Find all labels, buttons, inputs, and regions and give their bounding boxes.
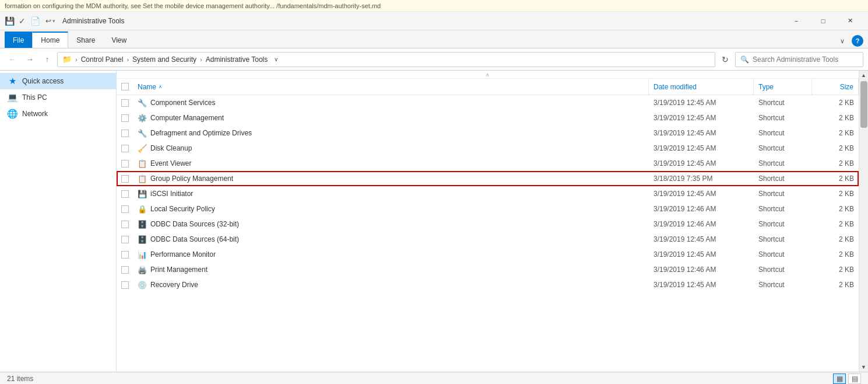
row-checkbox[interactable] [121, 205, 129, 213]
table-row[interactable]: ⚙️ Computer Management 3/19/2019 12:45 A… [117, 110, 859, 125]
file-name-label: Print Management [150, 266, 208, 274]
table-row[interactable]: 📋 Group Policy Management 3/18/2019 7:35… [117, 171, 859, 186]
row-checkbox-area [117, 205, 133, 213]
back-button[interactable]: ← [5, 52, 20, 67]
file-type-cell: Shortcut [754, 220, 812, 228]
view-details-icon: ▦ [837, 375, 843, 383]
table-row[interactable]: 🗄️ ODBC Data Sources (32-bit) 3/19/2019 … [117, 217, 859, 232]
table-row[interactable]: 💾 iSCSI Initiator 3/19/2019 12:45 AM Sho… [117, 186, 859, 201]
table-row[interactable]: 🗄️ ODBC Data Sources (64-bit) 3/19/2019 … [117, 232, 859, 247]
address-path[interactable]: 📁 › Control Panel › System and Security … [57, 52, 715, 67]
table-row[interactable]: 🧹 Disk Cleanup 3/19/2019 12:45 AM Shortc… [117, 141, 859, 156]
search-input[interactable] [753, 55, 858, 64]
file-size-cell: 2 KB [812, 281, 859, 289]
file-type-cell: Shortcut [754, 159, 812, 167]
tab-file[interactable]: File [5, 32, 32, 48]
scroll-track[interactable] [859, 80, 868, 362]
save-icon[interactable]: 💾 [5, 16, 14, 26]
sidebar-item-this-pc[interactable]: 💻 This PC [0, 89, 116, 106]
col-header-size[interactable]: Size [812, 79, 859, 95]
row-checkbox[interactable] [121, 145, 129, 152]
file-name-label: Event Viewer [150, 159, 191, 167]
up-icon: ↑ [45, 55, 50, 64]
table-row[interactable]: 🖨️ Print Management 3/19/2019 12:46 AM S… [117, 262, 859, 277]
row-checkbox-area [117, 236, 133, 243]
row-checkbox-area [117, 145, 133, 152]
file-size-cell: 2 KB [812, 205, 859, 213]
row-checkbox-area [117, 160, 133, 167]
file-date-cell: 3/19/2019 12:45 AM [649, 281, 754, 289]
row-checkbox[interactable] [121, 281, 129, 289]
row-checkbox[interactable] [121, 251, 129, 259]
forward-button[interactable]: → [22, 52, 37, 67]
file-size-cell: 2 KB [812, 159, 859, 167]
table-row[interactable]: 📊 Performance Monitor 3/19/2019 12:45 AM… [117, 247, 859, 262]
table-row[interactable]: 📋 Event Viewer 3/19/2019 12:45 AM Shortc… [117, 156, 859, 171]
row-checkbox[interactable] [121, 236, 129, 243]
sort-indicator: ∧ [117, 71, 859, 79]
view-details-button[interactable]: ▦ [833, 373, 846, 384]
undo-button[interactable]: ↩▾ [45, 17, 55, 25]
minimize-button[interactable]: − [783, 12, 810, 30]
tab-view[interactable]: View [103, 32, 135, 48]
up-button[interactable]: ↑ [40, 52, 55, 67]
restore-button[interactable]: □ [810, 12, 837, 30]
file-type-cell: Shortcut [754, 129, 812, 137]
address-dropdown-button[interactable]: ∨ [270, 56, 282, 62]
file-icon: 🗄️ [138, 235, 147, 244]
row-checkbox[interactable] [121, 130, 129, 137]
row-checkbox[interactable] [121, 190, 129, 198]
sidebar-item-quick-access[interactable]: ★ Quick access [0, 73, 116, 89]
col-header-date[interactable]: Date modified [649, 79, 754, 95]
table-row[interactable]: 💿 Recovery Drive 3/19/2019 12:45 AM Shor… [117, 277, 859, 292]
breadcrumb-control-panel[interactable]: Control Panel [81, 55, 124, 64]
view-large-button[interactable]: ▤ [848, 373, 861, 384]
forward-icon: → [26, 55, 34, 64]
col-header-name[interactable]: Name ∧ [133, 79, 649, 95]
col-header-type[interactable]: Type [754, 79, 812, 95]
file-size-cell: 2 KB [812, 114, 859, 122]
file-date-cell: 3/19/2019 12:45 AM [649, 144, 754, 152]
check-icon[interactable]: ✓ [17, 16, 27, 26]
scroll-thumb[interactable] [860, 81, 867, 128]
refresh-button[interactable]: ↻ [718, 52, 733, 67]
status-bar: 21 items ▦ ▤ [0, 372, 868, 384]
tab-home[interactable]: Home [32, 32, 68, 48]
help-button[interactable]: ? [852, 35, 863, 47]
breadcrumb-system-security[interactable]: System and Security [132, 55, 196, 64]
scroll-down-button[interactable]: ▼ [859, 362, 869, 372]
file-date-cell: 3/19/2019 12:46 AM [649, 205, 754, 213]
file-name-cell: 🗄️ ODBC Data Sources (64-bit) [133, 235, 649, 244]
file-size-cell: 2 KB [812, 235, 859, 243]
scroll-up-button[interactable]: ▲ [859, 71, 869, 80]
row-checkbox[interactable] [121, 175, 129, 183]
file-type-cell: Shortcut [754, 205, 812, 213]
row-checkbox[interactable] [121, 160, 129, 167]
breadcrumb-admin-tools[interactable]: Administrative Tools [206, 55, 268, 64]
item-count: 21 items [7, 375, 33, 383]
scrollbar: ▲ ▼ [859, 71, 868, 372]
file-type-cell: Shortcut [754, 190, 812, 198]
file-size-cell: 2 KB [812, 250, 859, 259]
network-icon: 🌐 [7, 109, 17, 119]
page-icon[interactable]: 📄 [30, 16, 40, 26]
sidebar-item-network[interactable]: 🌐 Network [0, 106, 116, 122]
table-row[interactable]: 🔒 Local Security Policy 3/19/2019 12:46 … [117, 201, 859, 217]
title-bar-icons: 💾 ✓ 📄 ↩▾ [5, 16, 55, 26]
view-toggle-buttons: ▦ ▤ [833, 373, 861, 384]
row-checkbox[interactable] [121, 114, 129, 122]
row-checkbox[interactable] [121, 266, 129, 274]
file-icon: 💿 [138, 280, 147, 289]
file-icon: 📋 [138, 174, 147, 183]
select-all-checkbox[interactable] [121, 83, 129, 90]
file-date-cell: 3/18/2019 7:35 PM [649, 174, 754, 183]
tab-share[interactable]: Share [68, 32, 103, 48]
table-row[interactable]: 🔧 Component Services 3/19/2019 12:45 AM … [117, 95, 859, 110]
table-row[interactable]: 🔧 Defragment and Optimize Drives 3/19/20… [117, 125, 859, 141]
row-checkbox[interactable] [121, 99, 129, 107]
ribbon-expand-button[interactable]: ∨ [838, 36, 847, 46]
search-icon: 🔍 [740, 55, 749, 64]
search-box[interactable]: 🔍 [735, 52, 863, 67]
row-checkbox[interactable] [121, 221, 129, 228]
close-button[interactable]: ✕ [837, 12, 863, 30]
